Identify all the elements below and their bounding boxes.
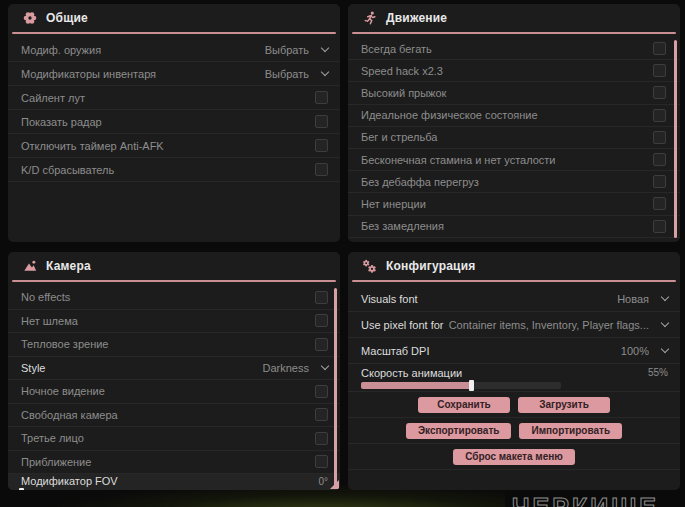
panel-title: Общие: [46, 11, 88, 25]
settings-row: StyleDarkness: [8, 357, 340, 381]
checkbox[interactable]: [653, 42, 666, 55]
dropdown[interactable]: Container items, Inventory, Player flags…: [449, 319, 668, 331]
watermark-text: ЧЕРКИШЕ: [512, 493, 659, 507]
checkbox[interactable]: [653, 131, 666, 144]
checkbox[interactable]: [653, 64, 666, 77]
checkbox[interactable]: [653, 220, 666, 233]
button-row: Сброс макета меню: [348, 444, 680, 470]
row-label: No effects: [21, 291, 70, 303]
chevron-down-icon: [661, 319, 669, 327]
settings-row: Отключить таймер Anti-AFK: [8, 134, 340, 158]
dropdown[interactable]: Darkness: [263, 362, 328, 374]
settings-row: Бесконечная стамина и нет усталости: [348, 149, 680, 171]
settings-row: Visuals fontНовая: [348, 286, 680, 312]
row-label: Use pixel font for: [361, 319, 444, 331]
checkbox[interactable]: [315, 455, 328, 468]
row-label: Тепловое зрение: [21, 338, 108, 350]
slider-value: 55%: [648, 367, 668, 378]
action-button[interactable]: Сброс макета меню: [453, 449, 575, 465]
checkbox[interactable]: [315, 163, 328, 176]
dropdown-value: Darkness: [263, 362, 309, 374]
dropdown-value: Выбрать: [265, 44, 309, 56]
settings-row: Тепловое зрение: [8, 333, 340, 357]
row-label: Скорость анимации: [361, 367, 462, 379]
dropdown-value: Container items, Inventory, Player flags…: [449, 319, 649, 331]
slider-handle[interactable]: [469, 380, 474, 391]
row-label: Сайлент лут: [21, 92, 85, 104]
settings-row: Скорость анимации55%: [348, 364, 680, 392]
slider-value: 0°: [318, 476, 328, 487]
resize-grip[interactable]: [330, 480, 339, 489]
rows-list: No effectsНет шлемаТепловое зрениеStyleD…: [8, 282, 340, 490]
dropdown[interactable]: 100%: [621, 345, 668, 357]
checkbox[interactable]: [315, 91, 328, 104]
checkbox[interactable]: [315, 314, 328, 327]
row-label: Бег и стрельба: [361, 131, 437, 143]
checkbox[interactable]: [315, 139, 328, 152]
runner-icon: [362, 11, 377, 26]
row-label: Style: [21, 362, 45, 374]
panel-camera: Камера No effectsНет шлемаТепловое зрени…: [8, 252, 340, 490]
row-label: K/D сбрасыватель: [21, 164, 114, 176]
row-label: Всегда бегать: [361, 43, 432, 55]
row-label: Нет шлема: [21, 315, 78, 327]
rows-list: Всегда бегатьSpeed hack x2.3Высокий прыж…: [348, 34, 680, 238]
slider-track[interactable]: [361, 382, 561, 389]
settings-row: Без замедления: [348, 216, 680, 238]
row-label: Без дебаффа перегруз: [361, 176, 479, 188]
row-label: Высокий прыжок: [361, 87, 446, 99]
checkbox[interactable]: [315, 338, 328, 351]
settings-row: Без дебаффа перегруз: [348, 171, 680, 193]
chevron-down-icon: [661, 293, 669, 301]
settings-row: Нет инерции: [348, 193, 680, 215]
row-label: Visuals font: [361, 293, 418, 305]
settings-row: Показать радар: [8, 110, 340, 134]
rows-list: Модиф. оружияВыбратьМодификаторы инвента…: [8, 34, 340, 182]
dropdown[interactable]: Новая: [617, 293, 668, 305]
panel-movement-header[interactable]: Движение: [348, 4, 680, 32]
checkbox[interactable]: [315, 385, 328, 398]
action-button[interactable]: Загрузить: [518, 397, 610, 413]
checkbox[interactable]: [315, 115, 328, 128]
row-label: Speed hack x2.3: [361, 65, 443, 77]
checkbox[interactable]: [315, 432, 328, 445]
checkbox[interactable]: [653, 86, 666, 99]
button-row: СохранитьЗагрузить: [348, 392, 680, 418]
slider-handle[interactable]: [19, 488, 24, 490]
action-button[interactable]: Экспортировать: [406, 423, 512, 439]
panel-general: Общие Модиф. оружияВыбратьМодификаторы и…: [8, 4, 340, 242]
settings-row: Всегда бегать: [348, 38, 680, 60]
panel-general-header[interactable]: Общие: [8, 4, 340, 32]
chevron-down-icon: [661, 345, 669, 353]
action-button[interactable]: Сохранить: [418, 397, 510, 413]
row-label: Приближение: [21, 456, 91, 468]
checkbox[interactable]: [653, 197, 666, 210]
settings-row: Нет шлема: [8, 310, 340, 334]
row-label: Без замедления: [361, 220, 444, 232]
button-row: ЭкспортироватьИмпортировать: [348, 418, 680, 444]
row-label: Свободная камера: [21, 409, 118, 421]
panel-title: Камера: [46, 259, 91, 273]
settings-row: Третье лицо: [8, 427, 340, 451]
settings-row: Модиф. оружияВыбрать: [8, 38, 340, 62]
checkbox[interactable]: [315, 291, 328, 304]
gears-icon: [362, 259, 377, 274]
action-button[interactable]: Импортировать: [519, 423, 622, 439]
chevron-down-icon: [321, 44, 329, 52]
panel-config-header[interactable]: Конфигурация: [348, 252, 680, 280]
scrollbar[interactable]: [334, 288, 337, 486]
checkbox[interactable]: [653, 153, 666, 166]
slider-fill: [361, 382, 471, 389]
dropdown[interactable]: Выбрать: [265, 68, 328, 80]
settings-row: Бег и стрельба: [348, 127, 680, 149]
scrollbar[interactable]: [674, 40, 677, 238]
row-label: Бесконечная стамина и нет усталости: [361, 154, 556, 166]
panel-camera-header[interactable]: Камера: [8, 252, 340, 280]
settings-row: Приближение: [8, 451, 340, 475]
dropdown[interactable]: Выбрать: [265, 44, 328, 56]
checkbox[interactable]: [653, 175, 666, 188]
checkbox[interactable]: [315, 408, 328, 421]
checkbox[interactable]: [653, 109, 666, 122]
settings-row: Высокий прыжок: [348, 82, 680, 104]
row-label: Ночное видение: [21, 385, 105, 397]
